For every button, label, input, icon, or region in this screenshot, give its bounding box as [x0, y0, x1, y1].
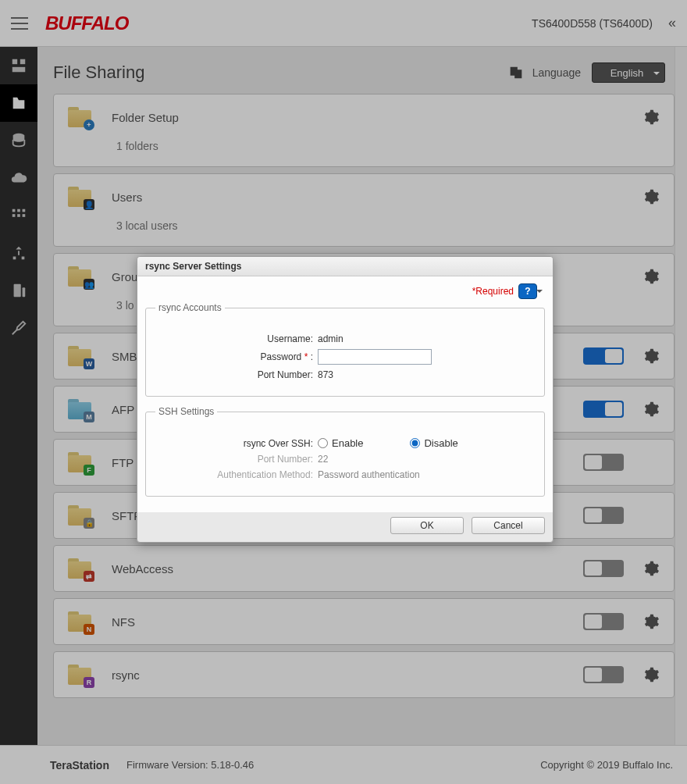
- label-auth-method: Authentication Method:: [155, 469, 318, 480]
- label-rsync-over-ssh: rsync Over SSH:: [155, 438, 318, 449]
- value-ssh-port: 22: [318, 454, 328, 465]
- fieldset-rsync-accounts: rsync Accounts Username: admin Password …: [145, 302, 545, 397]
- radio-disable[interactable]: Disable: [410, 437, 457, 449]
- value-port: 873: [318, 369, 333, 380]
- label-password: Password * :: [155, 351, 318, 362]
- password-input[interactable]: [318, 349, 432, 365]
- value-username: admin: [318, 333, 344, 344]
- fieldset-ssh-settings: SSH Settings rsync Over SSH: Enable Disa…: [145, 406, 545, 497]
- radio-enable[interactable]: Enable: [318, 437, 363, 449]
- modal-title: rsync Server Settings: [137, 257, 553, 276]
- rsync-settings-modal: rsync Server Settings *Required ? rsync …: [137, 256, 554, 543]
- label-ssh-port: Port Number:: [155, 454, 318, 465]
- cancel-button[interactable]: Cancel: [472, 517, 545, 534]
- required-label: *Required: [472, 286, 514, 297]
- help-button[interactable]: ?: [518, 283, 537, 299]
- legend-rsync-accounts: rsync Accounts: [155, 302, 225, 313]
- label-port: Port Number:: [155, 369, 318, 380]
- legend-ssh-settings: SSH Settings: [155, 406, 217, 417]
- ok-button[interactable]: OK: [390, 517, 464, 534]
- label-username: Username:: [155, 333, 318, 344]
- value-auth-method: Password authentication: [318, 469, 420, 480]
